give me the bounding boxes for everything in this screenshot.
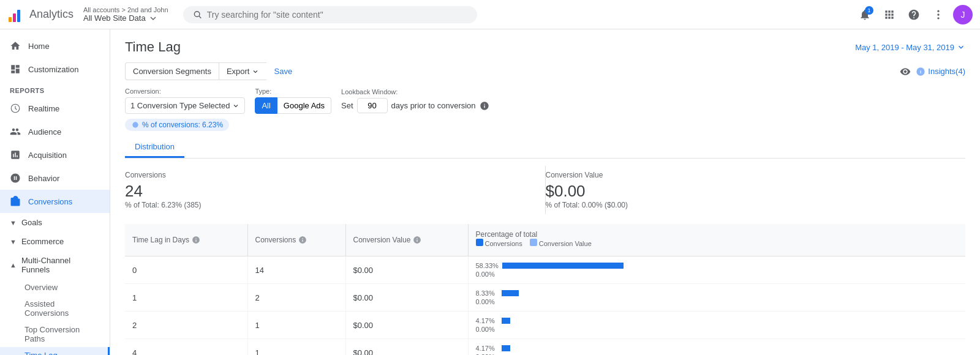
search-input[interactable] [207,10,467,20]
type-filter-label: Type: [255,88,331,95]
th-days: Time Lag in Days [125,224,247,256]
svg-point-5 [937,10,939,12]
percentage-badge: % of conversions: 6.23% [125,119,229,131]
nav-right-actions: 1 J [855,5,973,24]
tab-distribution[interactable]: Distribution [125,137,184,158]
th-value-info-icon[interactable] [413,236,421,244]
help-button[interactable] [904,5,924,24]
sidebar-item-customization[interactable]: Customization [0,58,110,81]
export-button[interactable]: Export [219,62,267,80]
cell-conversions: 2 [247,284,345,312]
sidebar-item-conversions[interactable]: Conversions [0,190,110,213]
table-row: 4 1 $0.00 4.17% 0.00% [125,339,965,356]
metrics-row: Conversions 24 % of Total: 6.23% (385) C… [125,166,965,214]
sidebar-overview[interactable]: Overview [0,279,110,296]
svg-point-6 [937,13,939,15]
realtime-icon [10,103,21,114]
eye-icon[interactable] [900,66,911,77]
sidebar-assisted-conversions[interactable]: Assisted Conversions [0,296,110,321]
bar-conversions [502,318,510,324]
bar-legend: Conversions Conversion Value [476,239,959,247]
cell-percentage: 58.33% 0.00% [468,256,965,284]
table-body: 0 14 $0.00 58.33% 0.00% 1 2 $0.00 8.33% [125,256,965,356]
pct-conv-label: 58.33% [476,262,499,269]
th-conversions-info-icon[interactable] [298,236,307,244]
lookback-filter-group: Lookback Window: Set days prior to conve… [341,88,489,113]
chevron-down-icon [957,43,965,51]
lookback-row: Set days prior to conversion [341,98,489,113]
help-icon [908,9,920,21]
pct-val-label: 0.00% [476,271,498,278]
pct-conv-label: 4.17% [476,345,498,352]
type-google-ads-button[interactable]: Google Ads [277,97,331,114]
account-selector[interactable]: All Web Site Data [83,13,168,23]
cell-days: 4 [125,339,247,356]
svg-point-11 [132,122,138,127]
sidebar-item-acquisition[interactable]: Acquisition [0,143,110,166]
lookback-input[interactable] [357,98,388,113]
sidebar: Home Customization REPORTS Realtime Audi… [0,29,110,355]
pct-val-label: 0.00% [476,326,498,333]
chevron-down-icon [148,13,158,23]
main-content: Time Lag May 1, 2019 - May 31, 2019 Conv… [110,29,980,355]
notifications-button[interactable]: 1 [855,5,875,24]
conversions-metric-label: Conversions [125,171,545,179]
filters-row: Conversion: 1 Conversion Type Selected T… [125,88,965,114]
apps-button[interactable] [880,5,899,24]
sidebar-ecommerce-header[interactable]: ▼ Ecommerce [0,232,110,251]
more-vert-icon [932,9,944,21]
table-row: 1 2 $0.00 8.33% 0.00% [125,284,965,312]
sidebar-item-behavior[interactable]: Behavior [0,166,110,190]
customization-icon [10,64,21,75]
conversion-filter-group: Conversion: 1 Conversion Type Selected [125,88,245,114]
breadcrumb: All accounts > 2nd and John [83,6,168,13]
date-range-selector[interactable]: May 1, 2019 - May 31, 2019 [855,43,965,52]
logo-area: Analytics [7,6,74,23]
table-header-row: Time Lag in Days Conversions Conversion … [125,224,965,256]
conversions-metric: Conversions 24 % of Total: 6.23% (385) [125,166,546,214]
cell-value: $0.00 [345,339,468,356]
cell-days: 1 [125,284,247,312]
bar-conversions [502,290,519,296]
data-table: Time Lag in Days Conversions Conversion … [125,224,965,355]
sidebar-time-lag[interactable]: Time Lag [0,347,110,355]
sidebar-top-conversion-paths[interactable]: Top Conversion Paths [0,321,110,347]
conversion-segments-button[interactable]: Conversion Segments [125,62,219,80]
sidebar-item-realtime[interactable]: Realtime [0,97,110,120]
home-label: Home [28,42,50,51]
conversion-selector[interactable]: 1 Conversion Type Selected [125,97,245,114]
cell-conversions: 14 [247,256,345,284]
sidebar-item-audience[interactable]: Audience [0,120,110,143]
th-percentage: Percentage of total Conversions Conversi… [468,224,965,256]
main-layout: Home Customization REPORTS Realtime Audi… [0,29,980,355]
bar-conversions [502,263,624,269]
cell-days: 2 [125,312,247,339]
insights-button[interactable]: i Insights(4) [916,67,965,77]
pct-conv-label: 4.17% [476,317,498,324]
conv-value-metric-sub: % of Total: 0.00% ($0.00) [546,201,966,209]
svg-rect-1 [13,13,16,22]
filter-badge-icon [131,121,140,129]
bar-conversions [502,345,510,351]
sidebar-multichannel-header[interactable]: ▲ Multi-Channel Funnels [0,251,110,279]
conversions-metric-sub: % of Total: 6.23% (385) [125,201,545,209]
type-filter-group: Type: All Google Ads [255,88,331,114]
more-button[interactable] [929,5,948,24]
type-all-button[interactable]: All [255,97,277,114]
avatar[interactable]: J [953,5,973,24]
sidebar-goals-header[interactable]: ▼ Goals [0,213,110,232]
save-button[interactable]: Save [266,63,300,80]
info-icon[interactable] [480,101,489,111]
tab-bar: Distribution [125,137,965,159]
analytics-logo-icon [7,6,24,23]
th-days-info-icon[interactable] [192,236,200,244]
conv-value-metric-value: $0.00 [546,182,966,201]
cell-value: $0.00 [345,284,468,312]
behavior-icon [10,173,21,184]
toolbar: Conversion Segments Export Save i Insigh… [125,62,965,80]
acquisition-icon [10,149,21,160]
sidebar-item-home[interactable]: Home [0,34,110,58]
search-bar[interactable] [183,6,477,23]
chevron-icon [232,102,239,110]
cell-percentage: 8.33% 0.00% [468,284,965,312]
